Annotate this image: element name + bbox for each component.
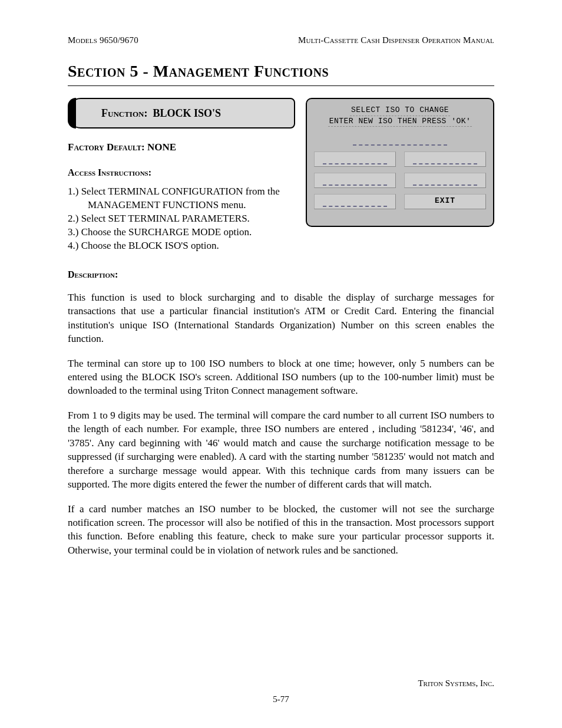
iso-field-1 (314, 151, 396, 167)
paragraph-3: From 1 to 9 digits may be used. The term… (68, 409, 494, 492)
paragraph-1: This function is used to block surchargi… (68, 291, 494, 346)
screen-line2: ENTER NEW ISO THEN PRESS 'OK' (328, 116, 472, 127)
factory-default-value: NONE (147, 141, 176, 153)
section-rule (68, 85, 494, 86)
paragraph-2: The terminal can store up to 100 ISO num… (68, 357, 494, 398)
section-title: Section 5 - Management Functions (68, 62, 494, 81)
iso-field-5 (314, 194, 396, 209)
header-right: Multi-Cassette Cash Dispenser Operation … (298, 35, 494, 45)
function-name: BLOCK ISO'S (153, 107, 221, 119)
paragraph-4: If a card number matches an ISO number t… (68, 502, 494, 558)
screen-title: SELECT ISO TO CHANGE ENTER NEW ISO THEN … (314, 105, 486, 127)
terminal-screenshot: SELECT ISO TO CHANGE ENTER NEW ISO THEN … (306, 98, 494, 227)
function-tab (68, 98, 76, 129)
manual-page: Models 9650/9670 Multi-Cassette Cash Dis… (0, 0, 562, 728)
iso-field-3 (314, 173, 396, 188)
function-label: Function: (101, 107, 147, 119)
footer-company: Triton Systems, Inc. (68, 678, 494, 689)
screen-panel: SELECT ISO TO CHANGE ENTER NEW ISO THEN … (306, 98, 494, 227)
iso-field-4 (404, 173, 486, 188)
description-label: Description: (68, 269, 494, 280)
exit-button[interactable]: EXIT (404, 194, 486, 209)
step-4: 4.) Choose the BLOCK ISO'S option. (68, 239, 494, 253)
page-footer: Triton Systems, Inc. 5-77 (68, 678, 494, 704)
function-header: Function: BLOCK ISO'S (68, 98, 295, 129)
step-3: 3.) Choose the SURCHARGE MODE option. (68, 226, 494, 239)
running-header: Models 9650/9670 Multi-Cassette Cash Dis… (68, 35, 494, 45)
header-left: Models 9650/9670 (68, 35, 138, 45)
iso-field-top (353, 133, 447, 146)
page-number: 5-77 (68, 694, 494, 704)
iso-field-2 (404, 151, 486, 167)
factory-default-label: Factory Default: (68, 141, 145, 153)
exit-label: EXIT (435, 196, 455, 205)
screen-line1: SELECT ISO TO CHANGE (350, 105, 450, 116)
